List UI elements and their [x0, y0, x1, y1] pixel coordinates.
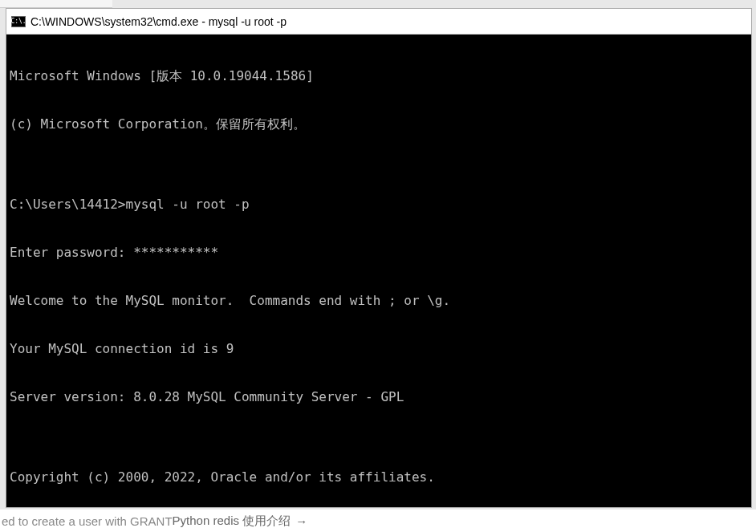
- terminal-line: Enter password: ***********: [10, 245, 748, 261]
- arrow-right-icon[interactable]: →: [295, 514, 307, 528]
- background-strip: [0, 0, 112, 8]
- terminal-output[interactable]: Microsoft Windows [版本 10.0.19044.1586] (…: [6, 35, 751, 507]
- terminal-line: Server version: 8.0.28 MySQL Community S…: [10, 389, 748, 405]
- window-titlebar[interactable]: C:\. C:\WINDOWS\system32\cmd.exe - mysql…: [6, 9, 751, 35]
- terminal-line: Microsoft Windows [版本 10.0.19044.1586]: [10, 68, 748, 84]
- footer-text-left[interactable]: ed to create a user with GRANT: [2, 514, 173, 528]
- cmd-window: C:\. C:\WINDOWS\system32\cmd.exe - mysql…: [6, 8, 752, 508]
- page-footer: ed to create a user with GRANT Python re…: [0, 510, 756, 532]
- terminal-line: (c) Microsoft Corporation。保留所有权利。: [10, 116, 748, 132]
- window-title: C:\WINDOWS\system32\cmd.exe - mysql -u r…: [30, 15, 287, 28]
- terminal-line: Your MySQL connection id is 9: [10, 341, 748, 357]
- terminal-line: Copyright (c) 2000, 2022, Oracle and/or …: [10, 469, 748, 485]
- footer-text-right[interactable]: Python redis 使用介绍: [173, 514, 291, 529]
- terminal-line: C:\Users\14412>mysql -u root -p: [10, 197, 748, 213]
- cmd-icon: C:\.: [11, 16, 26, 27]
- terminal-line: Welcome to the MySQL monitor. Commands e…: [10, 293, 748, 309]
